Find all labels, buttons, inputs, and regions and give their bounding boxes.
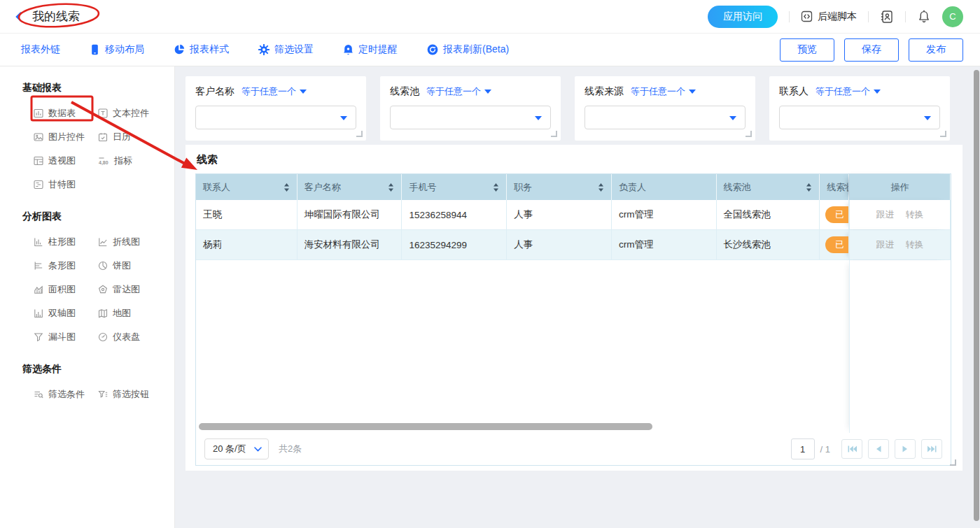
publish-button[interactable]: 发布 [909, 38, 963, 62]
sidebar-item-funnel-chart[interactable]: 漏斗图 [34, 331, 98, 343]
sidebar-item-label: 条形图 [48, 259, 76, 272]
filter-value-select[interactable] [390, 106, 551, 129]
resize-handle[interactable] [356, 131, 363, 137]
contacts-icon[interactable] [880, 10, 894, 24]
toolbar-item-report-style[interactable]: 报表样式 [174, 43, 229, 56]
sidebar-item-filter-condition[interactable]: 筛选条件 [34, 388, 98, 401]
column-header-lead-status[interactable]: 线索状态 [820, 174, 849, 200]
divider [905, 11, 906, 22]
prev-page-button[interactable] [868, 439, 889, 459]
column-header-contact[interactable]: 联系人 [196, 174, 298, 200]
sidebar-item-gauge[interactable]: 仪表盘 [98, 331, 174, 343]
column-header-owner[interactable]: 负责人 [612, 174, 717, 200]
follow-up-link[interactable]: 跟进 [876, 208, 895, 221]
sidebar-item-gantt[interactable]: 甘特图 [34, 178, 98, 191]
toolbar-item-scheduled-reminder[interactable]: 定时提醒 [343, 43, 398, 56]
app-access-button[interactable]: 应用访问 [708, 6, 778, 28]
resize-handle[interactable] [940, 131, 946, 137]
horizontal-scrollbar[interactable] [199, 423, 652, 430]
current-page-input[interactable]: 1 [791, 438, 815, 459]
metric-icon: 4,80 [98, 156, 109, 166]
sort-icon[interactable] [806, 183, 812, 192]
column-header-customer-name[interactable]: 客户名称 [298, 174, 402, 200]
last-page-button[interactable] [921, 439, 942, 459]
table-row[interactable]: 杨莉 海安材料有限公司 16235294299 人事 crm管理 长沙线索池 已… [196, 230, 951, 260]
filter-operator-dropdown[interactable]: 等于任意一个 [816, 85, 881, 98]
sidebar-item-data-table[interactable]: 数据表 [34, 107, 98, 120]
total-pages-label: / 1 [820, 444, 830, 455]
chevron-down-icon [484, 90, 491, 94]
data-table-widget-card[interactable]: 线索 联系人 客户名称 手机号 [186, 145, 962, 471]
text-widget-icon [98, 108, 108, 118]
sidebar-item-metric[interactable]: 4,80 指标 [98, 155, 174, 167]
sidebar-item-pie-chart[interactable]: 饼图 [98, 259, 174, 272]
vertical-scrollbar[interactable] [974, 70, 979, 521]
avatar[interactable]: C [942, 6, 963, 27]
toolbar-item-report-refresh[interactable]: 报表刷新(Beta) [427, 43, 509, 56]
convert-link[interactable]: 转换 [906, 208, 924, 221]
column-header-lead-pool[interactable]: 线索池 [717, 174, 820, 200]
notification-bell-icon[interactable] [917, 10, 931, 24]
sort-icon[interactable] [284, 183, 290, 192]
sidebar-item-label: 折线图 [113, 236, 140, 248]
table-row[interactable]: 王晓 坤曜国际有限公司 15236258944 人事 crm管理 全国线索池 已… [196, 200, 951, 230]
radar-chart-icon [98, 285, 108, 294]
toolbar-item-filter-settings[interactable]: 筛选设置 [258, 43, 314, 56]
filter-widget-customer-name[interactable]: 客户名称 等于任意一个 [186, 76, 366, 141]
toolbar-item-mobile-layout[interactable]: 移动布局 [90, 43, 144, 56]
sidebar-item-label: 图片控件 [48, 131, 85, 143]
cell-contact: 王晓 [196, 200, 298, 229]
sidebar-item-dual-axis-chart[interactable]: 双轴图 [34, 307, 98, 320]
cell-phone: 15236258944 [402, 200, 507, 229]
sidebar-item-line-chart[interactable]: 折线图 [98, 236, 174, 248]
sidebar-item-label: 透视图 [48, 155, 76, 167]
filter-value-select[interactable] [584, 106, 746, 129]
filter-condition-icon [34, 390, 43, 399]
toolbar-label: 报表外链 [21, 43, 60, 56]
filter-widgets-row: 客户名称 等于任意一个 线索池 等于任意 [186, 76, 980, 141]
filter-button-icon [98, 390, 108, 399]
sidebar-item-pivot-table[interactable]: 透视图 [34, 155, 98, 167]
backend-script-button[interactable]: 后端脚本 [801, 10, 857, 23]
sort-icon[interactable] [388, 183, 394, 192]
resize-handle[interactable] [746, 131, 752, 137]
resize-handle[interactable] [950, 459, 956, 466]
cell-contact: 杨莉 [196, 230, 298, 259]
page-size-select[interactable]: 20 条/页 [204, 438, 269, 459]
sidebar-item-label: 漏斗图 [48, 331, 76, 343]
sidebar-item-bar-chart[interactable]: 条形图 [34, 259, 98, 272]
filter-value-select[interactable] [779, 106, 940, 129]
filter-operator-dropdown[interactable]: 等于任意一个 [241, 85, 307, 98]
filter-operator-dropdown[interactable]: 等于任意一个 [426, 85, 491, 98]
convert-link[interactable]: 转换 [906, 238, 924, 251]
toolbar-item-report-external-link[interactable]: 报表外链 [21, 43, 60, 56]
sidebar-item-text-widget[interactable]: 文本控件 [98, 107, 174, 120]
gauge-icon [98, 332, 108, 342]
preview-button[interactable]: 预览 [780, 38, 834, 62]
filter-value-select[interactable] [195, 106, 356, 129]
filter-widget-lead-source[interactable]: 线索来源 等于任意一个 [575, 76, 755, 141]
sidebar-item-column-chart[interactable]: 柱形图 [34, 236, 98, 248]
resize-handle[interactable] [551, 131, 557, 137]
filter-widget-lead-pool[interactable]: 线索池 等于任意一个 [380, 76, 561, 141]
column-header-position[interactable]: 职务 [507, 174, 612, 200]
follow-up-link[interactable]: 跟进 [876, 238, 895, 251]
sidebar-item-image-widget[interactable]: 图片控件 [34, 131, 98, 143]
save-button[interactable]: 保存 [844, 38, 899, 62]
sidebar-item-radar-chart[interactable]: 雷达图 [98, 283, 174, 296]
back-icon[interactable] [13, 10, 25, 23]
next-page-button[interactable] [895, 439, 916, 459]
filter-operator-dropdown[interactable]: 等于任意一个 [631, 85, 696, 98]
sort-icon[interactable] [493, 183, 499, 192]
sidebar-item-map[interactable]: 地图 [98, 307, 174, 320]
sort-icon[interactable] [598, 183, 604, 192]
alarm-icon [343, 44, 354, 55]
sidebar-item-calendar[interactable]: 日历 [98, 131, 174, 143]
column-header-phone[interactable]: 手机号 [402, 174, 507, 200]
first-page-button[interactable] [841, 439, 862, 459]
table-header-row: 联系人 客户名称 手机号 职务 [196, 174, 951, 200]
sidebar-item-area-chart[interactable]: 面积图 [34, 283, 98, 296]
filter-widget-contact[interactable]: 联系人 等于任意一个 [769, 76, 950, 141]
sidebar-item-filter-button[interactable]: 筛选按钮 [98, 388, 174, 401]
chevron-down-icon [300, 90, 307, 94]
